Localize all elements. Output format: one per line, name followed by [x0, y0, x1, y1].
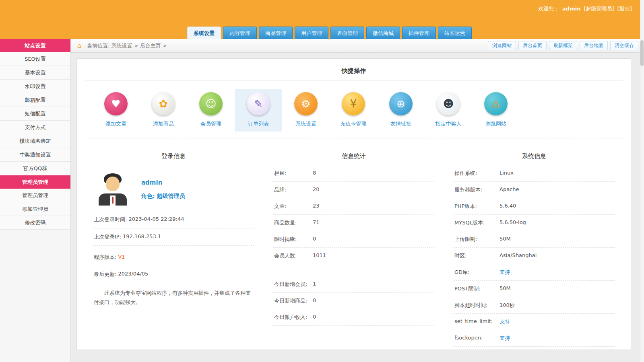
- quickop-friendly-links[interactable]: ⊕ 友情链接: [377, 89, 425, 132]
- program-version-row: 程序版本: V1: [93, 249, 254, 266]
- sys-row-php: PHP版本: 5.6.40: [454, 198, 615, 215]
- quick-ops-title: 快捷操作: [85, 59, 623, 81]
- backend-home-button[interactable]: 后台首页: [518, 41, 547, 50]
- sidebar-item-payment[interactable]: 支付方式: [0, 121, 70, 134]
- gold-coin-icon: ¥: [342, 92, 365, 115]
- stat-row-brands: 品牌: 20: [273, 182, 434, 198]
- stats-title: 信息统计: [273, 146, 434, 165]
- birdhouse-icon: ⌂: [484, 92, 508, 115]
- stat-row-categories: 栏目: 8: [273, 165, 434, 182]
- sidebar-item-qq-group[interactable]: 官方QQ群: [0, 162, 70, 175]
- breadcrumb-bar: ⌂ 当前位置: 系统设置 > 后台主页 > 浏览网站 后台首页 刷新框架 后台地…: [71, 39, 644, 53]
- tab-system-settings[interactable]: 系统设置: [187, 27, 221, 39]
- home-icon: ⌂: [77, 41, 82, 49]
- sunflower-icon: ✿: [152, 92, 175, 115]
- sidebar-section-admin-management[interactable]: 管理员管理: [0, 175, 70, 189]
- login-info-title: 登录信息: [93, 146, 254, 165]
- login-identity: admin 角色: 超级管理员: [93, 165, 254, 211]
- tab-interface-management[interactable]: 界面管理: [330, 27, 364, 39]
- sys-row-server: 服务器版本: Apache: [454, 182, 615, 198]
- sidebar-item-change-password[interactable]: 修改密码: [0, 216, 70, 230]
- quickop-label-system: 系统设置: [295, 120, 316, 128]
- breadcrumb: 当前位置: 系统设置 > 后台主页 >: [87, 39, 167, 53]
- browse-site-button[interactable]: 浏览网站: [488, 41, 516, 50]
- scrollbar[interactable]: [640, 0, 644, 362]
- login-identity-text: admin 角色: 超级管理员: [141, 179, 185, 200]
- sys-row-timezone: 时区: Asia/Shanghai: [454, 248, 615, 264]
- sys-row-gd: GD库: 支持: [454, 264, 615, 281]
- top-header: 欢迎您： admin [超级管理员] [退出] 系统设置 内容管理 商品管理 用…: [0, 0, 644, 39]
- tab-wechat-mall[interactable]: 微信商城: [366, 27, 400, 39]
- system-description: 此系统为专业夺宝网站程序，有多种实用插件，并集成了各种支付接口，功能强大。: [94, 288, 253, 307]
- set-time-limit-link[interactable]: 支持: [500, 318, 510, 325]
- quick-ops-row: ♥ 添加文章 ✿ 添加商品 ☺ 会员管理 ✎ 订单列表 ⚙ 系统设置 ¥ 充值卡…: [77, 81, 631, 133]
- tab-product-management[interactable]: 商品管理: [259, 27, 293, 39]
- quickop-add-product[interactable]: ✿ 添加商品: [140, 89, 187, 132]
- quickop-recharge-card[interactable]: ¥ 充值卡管理: [330, 89, 377, 132]
- stat-row-articles: 文章: 23: [273, 198, 434, 215]
- sidebar-item-domain-binding[interactable]: 模块域名绑定: [0, 134, 70, 148]
- fsockopen-link[interactable]: 支持: [500, 335, 510, 342]
- book-heart-icon: ♥: [104, 92, 128, 115]
- tab-plugin-management[interactable]: 插件管理: [402, 27, 436, 39]
- login-info-panel: 登录信息 admin 角色: 超级管理员 上次登录时间: 2: [93, 146, 254, 350]
- sidebar-item-admin-management[interactable]: 管理员管理: [0, 189, 70, 202]
- scrollbar-thumb[interactable]: [640, 40, 644, 66]
- stat-row-today-products: 今日新增商品: 0: [273, 293, 434, 309]
- sys-row-zend: ZEND支持: 支持: [454, 347, 615, 350]
- quickop-label-links: 友情链接: [390, 120, 411, 128]
- stats-panel: 信息统计 栏目: 8 品牌: 20 文章: 23 商品数量: 71: [273, 146, 434, 350]
- quickop-label-orders: 订单列表: [248, 120, 269, 128]
- sidebar-item-seo[interactable]: SEO设置: [0, 52, 70, 66]
- members-icon: ☺: [199, 92, 223, 115]
- quickop-label-winner: 指定中奖人: [436, 120, 462, 128]
- gears-icon: ⚙: [294, 92, 318, 115]
- sidebar-item-sms[interactable]: 短信配置: [0, 107, 70, 121]
- last-update-row: 最后更新: 2023/04/05: [93, 266, 254, 283]
- sys-row-script-timeout: 脚本超时时间: 100秒: [454, 297, 615, 314]
- sidebar-item-win-notify[interactable]: 中奖通知设置: [0, 148, 70, 162]
- system-info-title: 系统信息: [454, 146, 615, 165]
- tab-user-management[interactable]: 用户管理: [295, 27, 328, 39]
- content-area: 快捷操作 ♥ 添加文章 ✿ 添加商品 ☺ 会员管理 ✎ 订单列表 ⚙ 系统设置: [71, 53, 644, 362]
- welcome-bar: 欢迎您： admin [超级管理员] [退出]: [538, 5, 632, 12]
- login-role-value: 超级管理员: [157, 193, 185, 199]
- refresh-frame-button[interactable]: 刷新框架: [549, 41, 577, 50]
- quickop-add-article[interactable]: ♥ 添加文章: [92, 89, 140, 132]
- main-card: 快捷操作 ♥ 添加文章 ✿ 添加商品 ☺ 会员管理 ✎ 订单列表 ⚙ 系统设置: [76, 58, 631, 350]
- backend-map-button[interactable]: 后台地图: [580, 41, 608, 50]
- stat-row-today-members: 今日新增会员: 1: [273, 276, 434, 293]
- sys-row-mysql: MYSQL版本: 5.6.50-log: [454, 215, 615, 231]
- system-info-panel: 系统信息 操作系统: Linux 服务器版本: Apache PHP版本: 5.…: [454, 146, 615, 350]
- sidebar-item-basic[interactable]: 基本设置: [0, 66, 70, 80]
- sidebar-item-email[interactable]: 邮箱配置: [0, 93, 70, 107]
- sidebar-section-site-settings[interactable]: 站点设置: [0, 39, 70, 52]
- quickop-order-list[interactable]: ✎ 订单列表: [235, 89, 282, 132]
- stat-row-today-income: 今日账户收入: 0: [273, 309, 434, 326]
- quickop-assign-winner[interactable]: ☻ 指定中奖人: [425, 89, 472, 132]
- stat-row-members: 会员人数: 1011: [273, 248, 434, 264]
- login-role: 角色: 超级管理员: [141, 193, 185, 200]
- tab-content-management[interactable]: 内容管理: [223, 27, 257, 39]
- login-username: admin: [141, 179, 185, 186]
- sidebar-item-add-admin[interactable]: 添加管理员: [0, 202, 70, 216]
- quickop-browse-site[interactable]: ⌂ 浏览网站: [472, 89, 520, 132]
- globe-link-icon: ⊕: [389, 92, 413, 115]
- logout-link[interactable]: [退出]: [617, 6, 632, 12]
- sidebar-item-watermark[interactable]: 水印设置: [0, 80, 70, 93]
- winner-person-icon: ☻: [437, 92, 460, 115]
- clear-cache-button[interactable]: 清空缓存: [610, 41, 638, 50]
- main-nav-tabs: 系统设置 内容管理 商品管理 用户管理 界面管理 微信商城 插件管理 站长运营: [187, 27, 472, 39]
- quickop-label-browse: 浏览网站: [485, 120, 506, 128]
- tab-webmaster-ops[interactable]: 站长运营: [438, 27, 472, 39]
- quickop-label-add-article: 添加文章: [105, 120, 126, 128]
- stat-row-products: 商品数量: 71: [273, 215, 434, 231]
- quickop-member-management[interactable]: ☺ 会员管理: [187, 89, 235, 132]
- sys-row-fsockopen: fsockopen: 支持: [454, 330, 615, 347]
- breadcrumb-actions: 浏览网站 后台首页 刷新框架 后台地图 清空缓存: [488, 41, 638, 50]
- last-login-ip-row: 上次登录IP: 192.168.253.1: [93, 228, 254, 246]
- sys-row-upload-limit: 上传限制: 50M: [454, 231, 615, 248]
- user-role-text: [超级管理员]: [584, 6, 614, 12]
- gd-support-link[interactable]: 支持: [500, 269, 510, 276]
- quickop-system-settings[interactable]: ⚙ 系统设置: [282, 89, 330, 132]
